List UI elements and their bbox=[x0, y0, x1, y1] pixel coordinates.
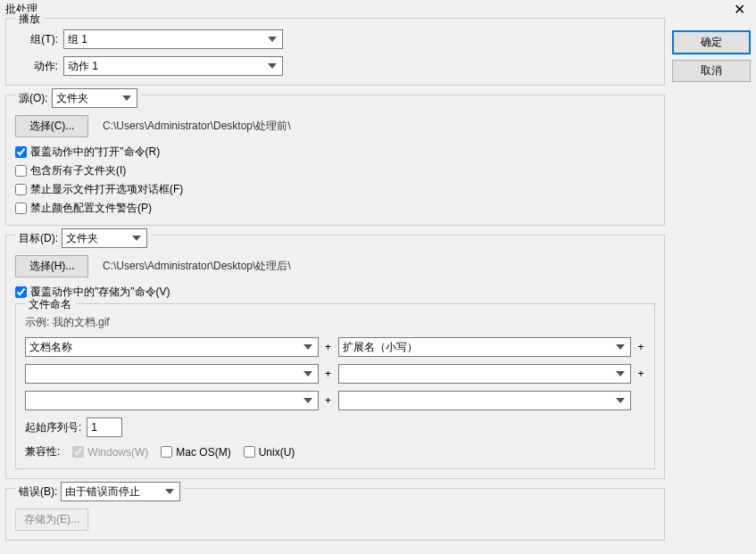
destination-type-select[interactable]: 文件夹 bbox=[62, 228, 147, 248]
include-subfolders-checkbox[interactable] bbox=[15, 165, 27, 177]
plus-icon: + bbox=[324, 341, 333, 353]
plus-icon: + bbox=[636, 368, 645, 380]
naming-slot-1a[interactable]: 文档名称 bbox=[25, 337, 319, 357]
source-choose-button[interactable]: 选择(C)... bbox=[15, 115, 88, 137]
compat-unix-label: Unix(U) bbox=[259, 446, 295, 459]
override-open-label: 覆盖动作中的"打开"命令(R) bbox=[30, 145, 160, 160]
plus-icon: + bbox=[324, 394, 333, 407]
source-fieldset: 源(O): 文件夹 选择(C)... C:\Users\Administrato… bbox=[5, 95, 665, 226]
destination-path: C:\Users\Administrator\Desktop\处理后\ bbox=[103, 259, 291, 274]
compat-mac-checkbox[interactable] bbox=[161, 446, 172, 458]
suppress-open-options-label: 禁止显示文件打开选项对话框(F) bbox=[30, 182, 183, 197]
errors-fieldset: 错误(B): 由于错误而停止 存储为(E)... bbox=[5, 488, 665, 541]
naming-slot-1b[interactable]: 扩展名（小写） bbox=[338, 337, 632, 357]
action-label: 动作: bbox=[15, 59, 58, 74]
compat-mac-label: Mac OS(M) bbox=[176, 446, 230, 459]
source-path: C:\Users\Administrator\Desktop\处理前\ bbox=[103, 119, 291, 134]
compat-windows-checkbox bbox=[72, 446, 84, 458]
naming-slot-3b[interactable] bbox=[338, 391, 632, 410]
compat-windows-label: Windows(W) bbox=[87, 446, 148, 459]
play-legend: 播放 bbox=[15, 12, 44, 27]
plus-icon: + bbox=[636, 341, 645, 353]
action-select[interactable]: 动作 1 bbox=[63, 56, 283, 76]
suppress-open-options-checkbox[interactable] bbox=[15, 184, 27, 195]
compat-unix-checkbox[interactable] bbox=[244, 446, 255, 458]
suppress-color-warnings-label: 禁止颜色配置文件警告(P) bbox=[30, 201, 152, 216]
ok-button[interactable]: 确定 bbox=[672, 30, 751, 54]
compat-label: 兼容性: bbox=[25, 444, 60, 459]
destination-legend: 目标(D): bbox=[19, 231, 58, 246]
errors-save-as-button: 存储为(E)... bbox=[15, 509, 88, 531]
play-fieldset: 播放 组(T): 组 1 动作: 动作 1 bbox=[5, 18, 665, 86]
serial-label: 起始序列号: bbox=[25, 420, 81, 435]
cancel-button[interactable]: 取消 bbox=[672, 60, 751, 82]
group-select[interactable]: 组 1 bbox=[63, 29, 283, 49]
source-legend: 源(O): bbox=[19, 91, 48, 106]
naming-slot-2b[interactable] bbox=[338, 364, 632, 384]
suppress-color-warnings-checkbox[interactable] bbox=[15, 203, 27, 214]
close-icon[interactable]: ✕ bbox=[728, 1, 751, 18]
include-subfolders-label: 包含所有子文件夹(I) bbox=[30, 163, 126, 178]
destination-fieldset: 目标(D): 文件夹 选择(H)... C:\Users\Administrat… bbox=[5, 235, 665, 479]
errors-legend: 错误(B): bbox=[19, 484, 57, 500]
naming-example-label: 示例: bbox=[25, 316, 53, 328]
naming-example-value: 我的文档.gif bbox=[53, 316, 110, 328]
naming-legend: 文件命名 bbox=[25, 297, 75, 312]
naming-fieldset: 文件命名 示例: 我的文档.gif 文档名称 + 扩展名（小写） + + + bbox=[15, 303, 655, 469]
naming-slot-3a[interactable] bbox=[25, 391, 319, 410]
naming-slot-2a[interactable] bbox=[25, 364, 319, 384]
group-label: 组(T): bbox=[15, 32, 58, 47]
errors-select[interactable]: 由于错误而停止 bbox=[61, 482, 180, 501]
destination-choose-button[interactable]: 选择(H)... bbox=[15, 255, 88, 277]
serial-input[interactable] bbox=[87, 418, 122, 437]
override-open-checkbox[interactable] bbox=[15, 146, 27, 158]
plus-icon: + bbox=[324, 368, 333, 380]
source-type-select[interactable]: 文件夹 bbox=[52, 88, 137, 108]
